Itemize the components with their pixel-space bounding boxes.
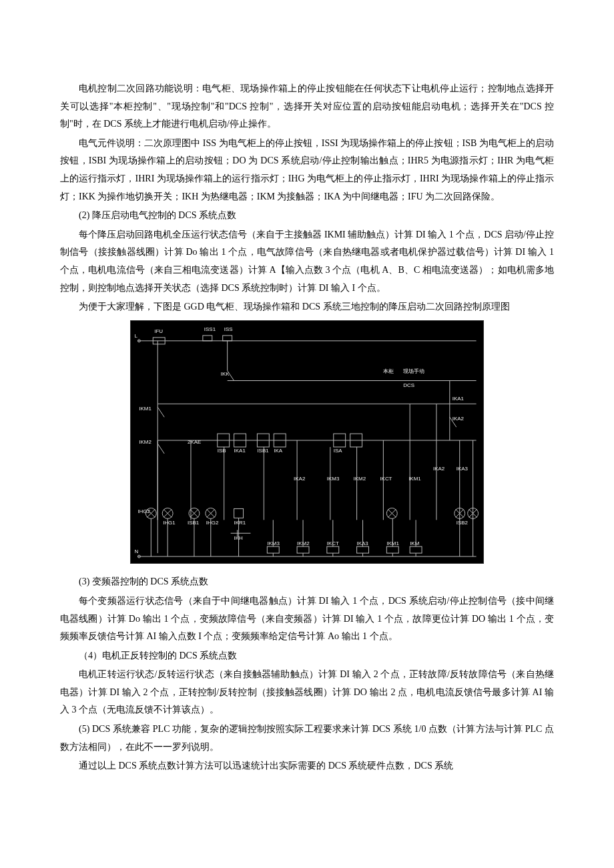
label-isb1: ISB1 [257,448,269,454]
label-isb: ISB [218,448,226,454]
label-ika1-mid: IKA1 [234,448,246,454]
label-iss: ISS [224,326,233,332]
svg-rect-4 [223,336,232,341]
label-isa: ISA [334,448,342,454]
label-ikm2-mid: IKM2 [354,475,366,481]
label-remote: 现场手动 [403,368,424,374]
paragraph-summary: 通过以上 DCS 系统点数计算方法可以迅速统计出实际需要的 DCS 系统硬件点数… [60,757,554,775]
paragraph-motor-control: 电机控制二次回路功能说明：电气柜、现场操作箱上的停止按钮能在任何状态下让电机停止… [60,80,554,133]
paragraph-electrical-components: 电气元件说明：二次原理图中 ISS 为电气柜上的停止按钮，ISSI 为现场操作箱… [60,135,554,205]
label-local: 本柜 [383,368,394,374]
label-ikm1: IKM1 [139,406,151,412]
section-header-3: (3) 变频器控制的 DCS 系统点数 [60,573,554,591]
label-isb2: ISB2 [456,520,469,526]
diagram-container: L IFU ISS1 ISS IKK 本柜 现场手动 DCS [60,320,554,570]
circuit-svg: L IFU ISS1 ISS IKK 本柜 现场手动 DCS [131,321,483,563]
label-ikm3-bot: IKM3 [267,540,280,546]
label-ika1-top: IKA1 [452,396,465,402]
label-ifu: IFU [154,328,163,334]
label-ika3-r: IKA3 [456,465,469,471]
svg-rect-63 [410,546,422,553]
label-ikm2-bot: IKM2 [297,540,310,546]
label-dcs: DCS [403,382,414,388]
label-ikm2: IKM2 [139,439,151,445]
svg-rect-61 [357,546,369,553]
label-ihg1: IHG1 [163,520,176,526]
label-ikct: IKCT [380,475,392,481]
svg-rect-46 [234,508,244,518]
label-ikm1-bot: IKM1 [386,540,399,546]
label-l: L [134,333,137,339]
label-ikm-bot: IKM [410,540,419,546]
label-ihg2: IHG2 [137,508,150,514]
section-header-2: (2) 降压启动电气控制的 DCS 系统点数 [60,207,554,225]
label-ikm1-mid: IKM1 [408,475,421,481]
label-iss1: ISS1 [204,326,216,332]
svg-line-11 [158,407,164,417]
circuit-diagram: L IFU ISS1 ISS IKK 本柜 现场手动 DCS [130,320,484,564]
label-ikr1: IKR1 [234,520,246,526]
label-ihg2-lamp: IHG2 [206,520,219,526]
svg-rect-3 [203,336,212,341]
label-ikm3-mid: IKM3 [327,475,340,481]
label-isb1-lamp: ISB1 [188,520,200,526]
svg-rect-59 [297,546,309,553]
svg-rect-62 [386,546,398,553]
paragraph-frequency-converter: 每个变频器运行状态信号（来自于中间继电器触点）计算 DI 输入 1 个点，DCS… [60,592,554,646]
paragraph-step-down-start: 每个降压启动回路电机全压运行状态信号（来自于主接触器 IKMI 辅助触点）计算 … [60,226,554,297]
label-ika-mid: IKA [274,448,282,454]
paragraph-motor-forward-reverse: 电机正转运行状态/反转运行状态（来自接触器辅助触点）计算 DI 输入 2 个点，… [60,666,554,719]
label-2kae: 2KAE [188,439,201,445]
paragraph-dcs-plc: (5) DCS 系统兼容 PLC 功能，复杂的逻辑控制按照实际工程要求来计算 D… [60,721,554,756]
label-ika2-mid: IKA2 [294,475,306,481]
paragraph-diagram-intro: 为便于大家理解，下图是 GGD 电气柜、现场操作箱和 DCS 系统三地控制的降压… [60,298,554,316]
section-header-4: （4）电机正反转控制的 DCS 系统点数 [60,647,554,665]
label-n: N [134,548,138,554]
label-ika2-right: IKA2 [452,416,465,422]
svg-line-15 [158,444,164,454]
svg-rect-58 [267,546,279,553]
label-ika2-r: IKA2 [433,465,445,471]
svg-rect-60 [327,546,339,553]
label-ikk: IKK [221,370,230,376]
